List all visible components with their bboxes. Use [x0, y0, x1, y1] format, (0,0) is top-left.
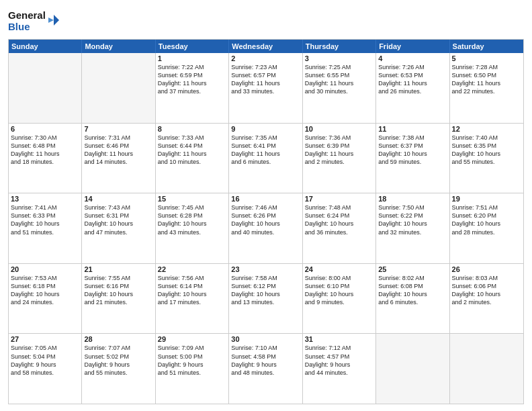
day-number: 3: [305, 54, 373, 62]
day-number: 4: [378, 54, 447, 62]
calendar-cell: 4Sunrise: 7:26 AM Sunset: 6:53 PM Daylig…: [376, 53, 449, 123]
calendar-cell: 23Sunrise: 7:58 AM Sunset: 6:12 PM Dayli…: [229, 264, 302, 334]
calendar-row: 13Sunrise: 7:41 AM Sunset: 6:33 PM Dayli…: [9, 193, 523, 263]
cell-detail: Sunrise: 7:46 AM Sunset: 6:26 PM Dayligh…: [231, 203, 300, 236]
cell-detail: Sunrise: 7:55 AM Sunset: 6:16 PM Dayligh…: [84, 274, 152, 307]
cell-detail: Sunrise: 7:31 AM Sunset: 6:46 PM Dayligh…: [84, 134, 152, 167]
calendar-cell: 11Sunrise: 7:38 AM Sunset: 6:37 PM Dayli…: [376, 124, 449, 193]
cell-detail: Sunrise: 7:23 AM Sunset: 6:57 PM Dayligh…: [231, 63, 300, 96]
calendar-cell: [376, 334, 449, 404]
header: General Blue: [8, 7, 524, 35]
cell-detail: Sunrise: 7:10 AM Sunset: 4:58 PM Dayligh…: [231, 344, 300, 377]
calendar-cell: 24Sunrise: 8:00 AM Sunset: 6:10 PM Dayli…: [303, 264, 376, 334]
day-number: 21: [84, 265, 152, 273]
weekday-header: Saturday: [450, 40, 523, 53]
calendar-cell: 8Sunrise: 7:33 AM Sunset: 6:44 PM Daylig…: [156, 124, 229, 193]
day-number: 10: [305, 125, 373, 133]
day-number: 24: [305, 265, 373, 273]
cell-detail: Sunrise: 7:22 AM Sunset: 6:59 PM Dayligh…: [158, 63, 226, 96]
calendar-cell: 3Sunrise: 7:25 AM Sunset: 6:55 PM Daylig…: [303, 53, 376, 123]
calendar-page: General Blue SundayMondayTuesdayWednesda…: [0, 0, 532, 411]
day-number: 26: [452, 265, 521, 273]
cell-detail: Sunrise: 7:28 AM Sunset: 6:50 PM Dayligh…: [452, 63, 521, 96]
day-number: 6: [11, 125, 79, 133]
svg-marker-3: [48, 17, 54, 23]
calendar-cell: 20Sunrise: 7:53 AM Sunset: 6:18 PM Dayli…: [9, 264, 82, 334]
day-number: 5: [452, 54, 521, 62]
day-number: 31: [305, 335, 373, 343]
day-number: 27: [11, 335, 79, 343]
day-number: 28: [84, 335, 152, 343]
cell-detail: Sunrise: 7:09 AM Sunset: 5:00 PM Dayligh…: [158, 344, 226, 377]
calendar-body: 1Sunrise: 7:22 AM Sunset: 6:59 PM Daylig…: [9, 53, 523, 404]
cell-detail: Sunrise: 7:25 AM Sunset: 6:55 PM Dayligh…: [305, 63, 373, 96]
calendar-row: 20Sunrise: 7:53 AM Sunset: 6:18 PM Dayli…: [9, 263, 523, 334]
cell-detail: Sunrise: 7:30 AM Sunset: 6:48 PM Dayligh…: [11, 134, 79, 167]
calendar-cell: 18Sunrise: 7:50 AM Sunset: 6:22 PM Dayli…: [376, 193, 449, 263]
calendar-cell: 21Sunrise: 7:55 AM Sunset: 6:16 PM Dayli…: [82, 264, 155, 334]
calendar-cell: [450, 334, 523, 404]
cell-detail: Sunrise: 7:48 AM Sunset: 6:24 PM Dayligh…: [305, 203, 373, 236]
cell-detail: Sunrise: 8:02 AM Sunset: 6:08 PM Dayligh…: [378, 274, 447, 307]
day-number: 1: [158, 54, 226, 62]
day-number: 13: [11, 195, 79, 203]
day-number: 9: [231, 125, 300, 133]
cell-detail: Sunrise: 7:33 AM Sunset: 6:44 PM Dayligh…: [158, 134, 226, 167]
weekday-header: Wednesday: [229, 40, 302, 53]
calendar: SundayMondayTuesdayWednesdayThursdayFrid…: [8, 39, 524, 404]
day-number: 8: [158, 125, 226, 133]
calendar-cell: 15Sunrise: 7:45 AM Sunset: 6:28 PM Dayli…: [156, 193, 229, 263]
cell-detail: Sunrise: 7:35 AM Sunset: 6:41 PM Dayligh…: [231, 134, 300, 167]
day-number: 7: [84, 125, 152, 133]
calendar-cell: 31Sunrise: 7:12 AM Sunset: 4:57 PM Dayli…: [303, 334, 376, 404]
calendar-cell: 28Sunrise: 7:07 AM Sunset: 5:02 PM Dayli…: [82, 334, 155, 404]
weekday-header: Friday: [376, 40, 449, 53]
weekday-header: Monday: [82, 40, 155, 53]
calendar-cell: 27Sunrise: 7:05 AM Sunset: 5:04 PM Dayli…: [9, 334, 82, 404]
day-number: 23: [231, 265, 300, 273]
day-number: 19: [452, 195, 521, 203]
calendar-cell: 9Sunrise: 7:35 AM Sunset: 6:41 PM Daylig…: [229, 124, 302, 193]
calendar-cell: 2Sunrise: 7:23 AM Sunset: 6:57 PM Daylig…: [229, 53, 302, 123]
cell-detail: Sunrise: 8:00 AM Sunset: 6:10 PM Dayligh…: [305, 274, 373, 307]
cell-detail: Sunrise: 7:07 AM Sunset: 5:02 PM Dayligh…: [84, 344, 152, 377]
calendar-cell: 13Sunrise: 7:41 AM Sunset: 6:33 PM Dayli…: [9, 193, 82, 263]
day-number: 20: [11, 265, 79, 273]
day-number: 16: [231, 195, 300, 203]
weekday-header: Tuesday: [156, 40, 229, 53]
day-number: 18: [378, 195, 447, 203]
calendar-cell: 22Sunrise: 7:56 AM Sunset: 6:14 PM Dayli…: [156, 264, 229, 334]
cell-detail: Sunrise: 8:03 AM Sunset: 6:06 PM Dayligh…: [452, 274, 521, 307]
calendar-cell: 29Sunrise: 7:09 AM Sunset: 5:00 PM Dayli…: [156, 334, 229, 404]
cell-detail: Sunrise: 7:56 AM Sunset: 6:14 PM Dayligh…: [158, 274, 226, 307]
cell-detail: Sunrise: 7:41 AM Sunset: 6:33 PM Dayligh…: [11, 203, 79, 236]
calendar-cell: 14Sunrise: 7:43 AM Sunset: 6:31 PM Dayli…: [82, 193, 155, 263]
day-number: 22: [158, 265, 226, 273]
cell-detail: Sunrise: 7:38 AM Sunset: 6:37 PM Dayligh…: [378, 134, 447, 167]
calendar-cell: 26Sunrise: 8:03 AM Sunset: 6:06 PM Dayli…: [450, 264, 523, 334]
day-number: 11: [378, 125, 447, 133]
cell-detail: Sunrise: 7:53 AM Sunset: 6:18 PM Dayligh…: [11, 274, 79, 307]
cell-detail: Sunrise: 7:26 AM Sunset: 6:53 PM Dayligh…: [378, 63, 447, 96]
weekday-header: Thursday: [303, 40, 376, 53]
calendar-cell: 16Sunrise: 7:46 AM Sunset: 6:26 PM Dayli…: [229, 193, 302, 263]
day-number: 29: [158, 335, 226, 343]
cell-detail: Sunrise: 7:45 AM Sunset: 6:28 PM Dayligh…: [158, 203, 226, 236]
calendar-cell: 1Sunrise: 7:22 AM Sunset: 6:59 PM Daylig…: [156, 53, 229, 123]
calendar-cell: 12Sunrise: 7:40 AM Sunset: 6:35 PM Dayli…: [450, 124, 523, 193]
day-number: 15: [158, 195, 226, 203]
calendar-row: 6Sunrise: 7:30 AM Sunset: 6:48 PM Daylig…: [9, 123, 523, 193]
svg-text:General: General: [8, 9, 46, 21]
day-number: 17: [305, 195, 373, 203]
calendar-cell: [9, 53, 82, 123]
calendar-cell: [82, 53, 155, 123]
calendar-cell: 6Sunrise: 7:30 AM Sunset: 6:48 PM Daylig…: [9, 124, 82, 193]
calendar-cell: 7Sunrise: 7:31 AM Sunset: 6:46 PM Daylig…: [82, 124, 155, 193]
calendar-row: 27Sunrise: 7:05 AM Sunset: 5:04 PM Dayli…: [9, 333, 523, 404]
calendar-cell: 5Sunrise: 7:28 AM Sunset: 6:50 PM Daylig…: [450, 53, 523, 123]
calendar-cell: 25Sunrise: 8:02 AM Sunset: 6:08 PM Dayli…: [376, 264, 449, 334]
cell-detail: Sunrise: 7:36 AM Sunset: 6:39 PM Dayligh…: [305, 134, 373, 167]
logo: General Blue: [8, 7, 62, 35]
cell-detail: Sunrise: 7:58 AM Sunset: 6:12 PM Dayligh…: [231, 274, 300, 307]
cell-detail: Sunrise: 7:40 AM Sunset: 6:35 PM Dayligh…: [452, 134, 521, 167]
